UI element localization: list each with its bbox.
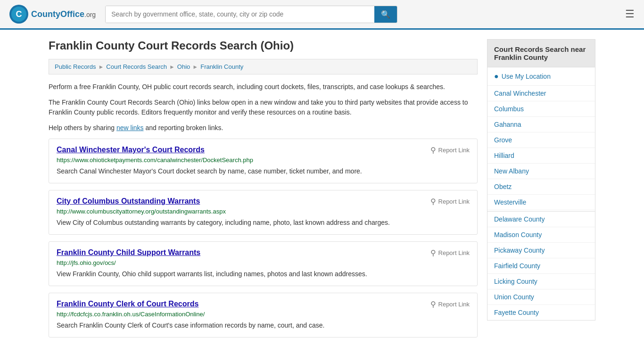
- report-link-0[interactable]: ⚲ Report Link: [430, 146, 470, 155]
- report-link-2[interactable]: ⚲ Report Link: [430, 248, 470, 257]
- sidebar-item-madison-county[interactable]: Madison County: [487, 227, 595, 243]
- sidebar-item-union-county[interactable]: Union County: [487, 289, 595, 305]
- sidebar-header: Court Records Search near Franklin Count…: [487, 39, 595, 67]
- report-link-label-0: Report Link: [438, 147, 470, 154]
- breadcrumb-sep-3: ►: [192, 64, 198, 70]
- report-icon-0: ⚲: [430, 146, 436, 155]
- result-desc-3: Search Franklin County Clerk of Court's …: [57, 321, 470, 330]
- description-2: The Franklin County Court Records Search…: [49, 98, 478, 117]
- sidebar-use-my-location[interactable]: ● Use My Location: [487, 67, 595, 86]
- sidebar-item-delaware-county[interactable]: Delaware County: [487, 211, 595, 227]
- breadcrumb: Public Records ► Court Records Search ► …: [49, 59, 478, 74]
- result-url-3[interactable]: http://fcdcfcjs.co.franklin.oh.us/CaseIn…: [57, 311, 470, 318]
- result-desc-1: View City of Columbus outstanding warran…: [57, 218, 470, 228]
- search-button[interactable]: 🔍: [374, 6, 397, 23]
- sidebar-item-new-albany[interactable]: New Albany: [487, 164, 595, 179]
- report-icon-3: ⚲: [430, 300, 436, 309]
- result-header-0: Canal Winchester Mayor's Court Records ⚲…: [57, 146, 470, 155]
- result-url-0[interactable]: https://www.ohioticketpayments.com/canal…: [57, 156, 470, 164]
- sidebar-item-gahanna[interactable]: Gahanna: [487, 117, 595, 132]
- sidebar-item-pickaway-county[interactable]: Pickaway County: [487, 243, 595, 258]
- logo-link[interactable]: C CountyOffice.org: [9, 5, 96, 24]
- hamburger-menu-icon[interactable]: ☰: [625, 8, 635, 20]
- breadcrumb-public-records[interactable]: Public Records: [55, 63, 96, 70]
- result-title-2[interactable]: Franklin County Child Support Warrants: [57, 248, 200, 257]
- result-card-1: City of Columbus Outstanding Warrants ⚲ …: [49, 190, 478, 235]
- sidebar-item-licking-county[interactable]: Licking County: [487, 274, 595, 289]
- result-title-1[interactable]: City of Columbus Outstanding Warrants: [57, 197, 200, 206]
- result-card-2: Franklin County Child Support Warrants ⚲…: [49, 241, 478, 286]
- content-area: Franklin County Court Records Search (Oh…: [49, 39, 478, 344]
- svg-text:C: C: [16, 9, 22, 19]
- search-bar: 🔍: [105, 6, 397, 23]
- result-url-2[interactable]: http://jfs.ohio.gov/ocs/: [57, 259, 470, 266]
- sidebar-item-fairfield-county[interactable]: Fairfield County: [487, 258, 595, 274]
- result-header-1: City of Columbus Outstanding Warrants ⚲ …: [57, 197, 470, 206]
- result-header-3: Franklin County Clerk of Court Records ⚲…: [57, 300, 470, 309]
- sidebar-content: ● Use My Location Canal Winchester Colum…: [487, 67, 595, 321]
- logo-icon: C: [9, 5, 28, 24]
- description-1: Perform a free Franklin County, OH publi…: [49, 82, 478, 92]
- report-link-3[interactable]: ⚲ Report Link: [430, 300, 470, 309]
- logo-text: CountyOffice.org: [31, 9, 96, 19]
- sidebar-item-fayette-county[interactable]: Fayette County: [487, 305, 595, 320]
- description-3: Help others by sharing new links and rep…: [49, 123, 478, 133]
- result-title-0[interactable]: Canal Winchester Mayor's Court Records: [57, 146, 205, 154]
- use-my-location-link[interactable]: Use My Location: [502, 73, 551, 80]
- report-link-label-3: Report Link: [438, 301, 470, 308]
- result-card-3: Franklin County Clerk of Court Records ⚲…: [49, 293, 478, 337]
- main-container: Franklin County Court Records Search (Oh…: [39, 30, 605, 354]
- location-pin-icon: ●: [494, 72, 499, 81]
- breadcrumb-sep-2: ►: [169, 64, 175, 70]
- sidebar: Court Records Search near Franklin Count…: [487, 39, 595, 344]
- site-header: C CountyOffice.org 🔍 ☰: [0, 0, 644, 30]
- result-desc-0: Search Canal Winchester Mayor's Court do…: [57, 166, 470, 176]
- report-icon-2: ⚲: [430, 248, 436, 257]
- report-link-label-1: Report Link: [438, 198, 470, 205]
- report-icon-1: ⚲: [430, 197, 436, 206]
- result-desc-2: View Franklin County, Ohio child support…: [57, 269, 470, 279]
- sidebar-item-obetz[interactable]: Obetz: [487, 179, 595, 195]
- sidebar-item-canal-winchester[interactable]: Canal Winchester: [487, 86, 595, 101]
- sidebar-item-grove[interactable]: Grove: [487, 132, 595, 148]
- breadcrumb-sep-1: ►: [98, 64, 104, 70]
- result-url-1[interactable]: http://www.columbuscityattorney.org/outs…: [57, 208, 470, 215]
- breadcrumb-franklin-county[interactable]: Franklin County: [200, 63, 243, 70]
- sidebar-item-hilliard[interactable]: Hilliard: [487, 148, 595, 164]
- result-title-3[interactable]: Franklin County Clerk of Court Records: [57, 300, 198, 308]
- logo-suffix: .org: [84, 11, 96, 18]
- new-links-link[interactable]: new links: [116, 124, 144, 132]
- breadcrumb-ohio[interactable]: Ohio: [177, 63, 190, 70]
- report-link-label-2: Report Link: [438, 249, 470, 256]
- search-input[interactable]: [106, 6, 374, 23]
- report-link-1[interactable]: ⚲ Report Link: [430, 197, 470, 206]
- breadcrumb-court-records-search[interactable]: Court Records Search: [106, 63, 167, 70]
- page-title: Franklin County Court Records Search (Oh…: [49, 39, 478, 52]
- result-card-0: Canal Winchester Mayor's Court Records ⚲…: [49, 139, 478, 183]
- result-header-2: Franklin County Child Support Warrants ⚲…: [57, 248, 470, 257]
- sidebar-item-columbus[interactable]: Columbus: [487, 101, 595, 117]
- sidebar-item-westerville[interactable]: Westerville: [487, 195, 595, 210]
